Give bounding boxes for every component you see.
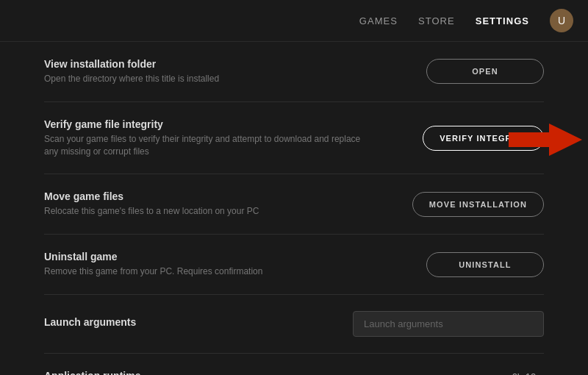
application-runtime-value: 0h 10m (426, 371, 544, 375)
avatar[interactable]: U (550, 9, 573, 32)
view-installation-info: View installation folder Open the direct… (44, 58, 426, 85)
move-files-title: Move game files (44, 190, 412, 202)
verify-integrity-info: Verify game file integrity Scan your gam… (44, 118, 423, 158)
move-files-info: Move game files Relocate this game's fil… (44, 190, 412, 218)
nav-settings[interactable]: SETTINGS (476, 15, 529, 26)
nav-store[interactable]: STORE (418, 15, 455, 26)
view-installation-title: View installation folder (44, 58, 426, 70)
move-installation-button[interactable]: MOVE INSTALLATION (412, 192, 544, 217)
nav-games[interactable]: GAMES (359, 15, 398, 26)
launch-arguments-label: Launch arguments (44, 316, 353, 328)
uninstall-button[interactable]: UNINSTALL (426, 252, 544, 277)
main-content: View installation folder Open the direct… (0, 42, 588, 375)
move-files-row: Move game files Relocate this game's fil… (44, 174, 544, 235)
uninstall-row: Uninstall game Remove this game from you… (44, 235, 544, 295)
launch-arguments-row: Launch arguments (44, 295, 544, 354)
red-arrow-annotation (509, 124, 582, 156)
move-files-desc: Relocate this game's files to a new loca… (44, 205, 368, 218)
view-installation-desc: Open the directory where this title is i… (44, 73, 368, 85)
view-installation-row: View installation folder Open the direct… (44, 42, 544, 102)
verify-integrity-title: Verify game file integrity (44, 118, 423, 130)
svg-marker-0 (509, 124, 582, 156)
uninstall-info: Uninstall game Remove this game from you… (44, 251, 426, 278)
open-button[interactable]: OPEN (426, 59, 544, 84)
uninstall-desc: Remove this game from your PC. Requires … (44, 265, 368, 278)
application-runtime-row: Application runtime 0h 10m (44, 354, 544, 375)
uninstall-title: Uninstall game (44, 251, 426, 262)
launch-arguments-info: Launch arguments (44, 316, 353, 331)
top-nav: GAMES STORE SETTINGS U (0, 0, 588, 42)
arrow-icon (509, 124, 582, 156)
verify-integrity-row: Verify game file integrity Scan your gam… (44, 102, 544, 175)
application-runtime-info: Application runtime (44, 370, 426, 375)
application-runtime-label: Application runtime (44, 370, 426, 375)
verify-integrity-desc: Scan your game files to verify their int… (44, 133, 368, 158)
launch-arguments-input[interactable] (353, 311, 544, 337)
